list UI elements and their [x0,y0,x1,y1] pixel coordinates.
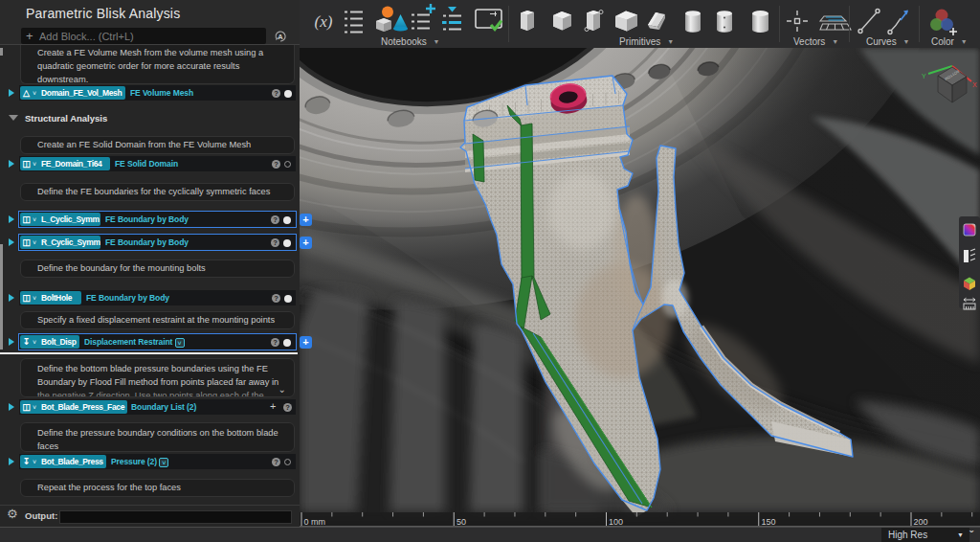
svg-text:(x): (x) [315,12,333,31]
svg-text:Y: Y [922,73,926,79]
svg-text:200: 200 [914,517,928,527]
svg-text:A: A [278,33,283,41]
svg-text:0 mm: 0 mm [304,517,326,527]
svg-text:150: 150 [762,517,776,527]
svg-text:50: 50 [457,517,466,527]
svg-text:100: 100 [609,517,623,527]
svg-text:X: X [972,81,977,88]
